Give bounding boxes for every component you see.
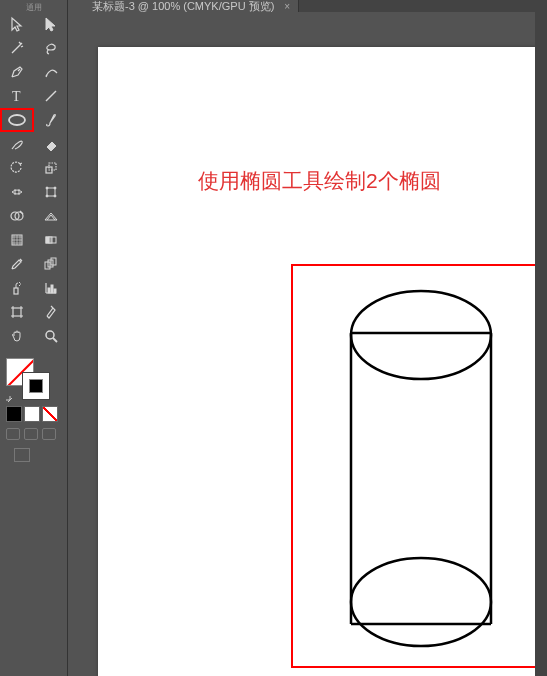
selection-tool[interactable] [0,12,34,36]
swap-fill-stroke-icon[interactable] [4,394,14,404]
svg-point-8 [54,195,56,197]
blend-tool[interactable] [34,252,68,276]
type-tool[interactable]: T [0,84,34,108]
document-tab[interactable]: 某标题-3 @ 100% (CMYK/GPU 预览) × [84,0,299,12]
column-graph-tool[interactable] [34,276,68,300]
mesh-tool[interactable] [0,228,34,252]
svg-point-6 [54,187,56,189]
ellipse-tool[interactable] [0,108,34,132]
line-segment-tool[interactable] [34,84,68,108]
svg-rect-21 [54,289,56,293]
svg-rect-14 [49,237,52,243]
svg-point-1 [9,115,25,125]
svg-text:T: T [12,89,21,104]
slice-tool[interactable] [34,300,68,324]
color-mode-solid[interactable] [6,406,22,422]
svg-point-23 [46,331,54,339]
draw-inside-mode[interactable] [42,428,56,440]
rotate-tool[interactable] [0,156,34,180]
instruction-text: 使用椭圆工具绘制2个椭圆 [198,167,441,195]
svg-rect-20 [51,285,53,293]
zoom-tool[interactable] [34,324,68,348]
hand-tool[interactable] [0,324,34,348]
width-tool[interactable] [0,180,34,204]
svg-point-7 [46,195,48,197]
canvas-area: 使用椭圆工具绘制2个椭圆 [68,12,547,676]
eyedropper-tool[interactable] [0,252,34,276]
right-panel-edge [535,0,547,676]
toolbar-label: 通用 [0,0,67,12]
symbol-sprayer-tool[interactable] [0,276,34,300]
paintbrush-tool[interactable] [34,108,68,132]
draw-behind-mode[interactable] [24,428,38,440]
free-transform-tool[interactable] [34,180,68,204]
scale-tool[interactable] [34,156,68,180]
svg-rect-22 [13,308,21,316]
stroke-color[interactable] [22,372,50,400]
magic-wand-tool[interactable] [0,36,34,60]
artboard-tool[interactable] [0,300,34,324]
lasso-tool[interactable] [34,36,68,60]
svg-point-27 [351,558,491,646]
direct-selection-tool[interactable] [34,12,68,36]
svg-point-25 [351,291,491,379]
screen-mode[interactable] [14,448,30,462]
eraser-tool[interactable] [34,132,68,156]
perspective-grid-tool[interactable] [34,204,68,228]
shape-builder-tool[interactable] [0,204,34,228]
close-icon[interactable]: × [284,1,290,12]
color-mode-gradient[interactable] [24,406,40,422]
tab-bar: 某标题-3 @ 100% (CMYK/GPU 预览) × [84,0,547,12]
fill-stroke-section [0,356,67,404]
svg-point-5 [46,187,48,189]
curvature-tool[interactable] [34,60,68,84]
svg-rect-19 [48,288,50,293]
artboard[interactable]: 使用椭圆工具绘制2个椭圆 [98,47,547,676]
pencil-tool[interactable] [0,132,34,156]
svg-rect-4 [47,188,55,196]
svg-rect-18 [14,288,18,294]
gradient-tool[interactable] [34,228,68,252]
toolbar: 通用 T [0,0,68,676]
pen-tool[interactable] [0,60,34,84]
color-mode-none[interactable] [42,406,58,422]
draw-normal-mode[interactable] [6,428,20,440]
drawing-shapes [348,275,498,665]
